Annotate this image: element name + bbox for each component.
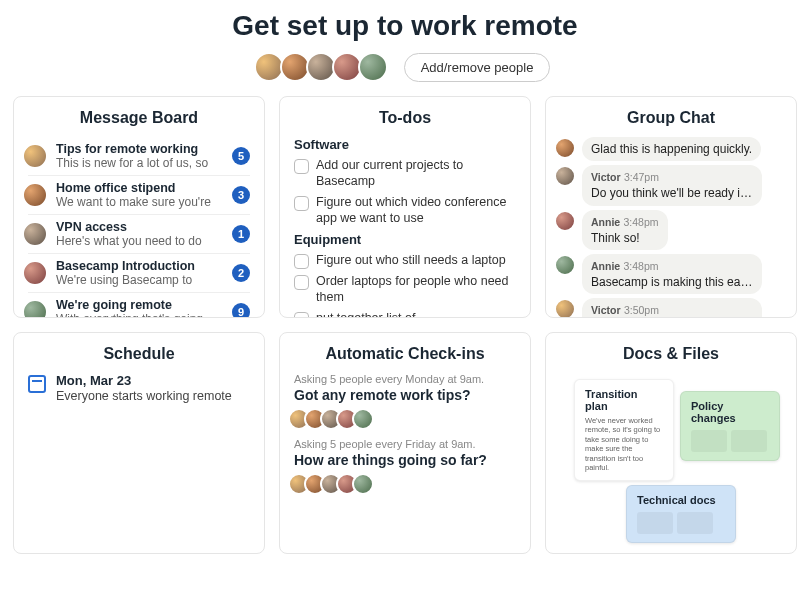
message-subtitle: This is new for a lot of us, so: [56, 156, 224, 170]
avatar-row: [294, 408, 516, 430]
group-chat-card[interactable]: Group Chat Glad this is happening quickl…: [545, 96, 797, 318]
card-title: To-dos: [294, 109, 516, 127]
chat-message[interactable]: Victor 3:47pmDo you think we'll be ready…: [560, 165, 782, 205]
chat-time: 3:48pm: [624, 260, 659, 272]
people-row: Add/remove people: [0, 52, 810, 82]
message-subtitle: With everything that's going: [56, 312, 224, 318]
chat-message[interactable]: Annie 3:48pmThink so!: [560, 210, 782, 250]
unread-badge: 2: [232, 264, 250, 282]
checkin-item[interactable]: Asking 5 people every Friday at 9am.How …: [294, 438, 516, 495]
avatar-row: [294, 473, 516, 495]
card-title: Group Chat: [560, 109, 782, 127]
todo-label: Order laptops for people who need them: [316, 273, 516, 306]
chat-author: Victor: [591, 171, 621, 183]
schedule-desc: Everyone starts working remote: [56, 389, 232, 403]
checkin-meta: Asking 5 people every Monday at 9am.: [294, 373, 516, 385]
chat-time: 3:48pm: [624, 216, 659, 228]
message-subtitle: Here's what you need to do: [56, 234, 224, 248]
avatar: [22, 143, 48, 169]
card-title: Message Board: [28, 109, 250, 127]
chat-time: 3:47pm: [624, 171, 659, 183]
docs-files-card[interactable]: Docs & Files Transition plan We've never…: [545, 332, 797, 554]
chat-message[interactable]: Annie 3:48pmBasecamp is making this easy…: [560, 254, 782, 294]
doc-body: We've never worked remote, so it's going…: [585, 416, 663, 472]
message-title: Basecamp Introduction: [56, 259, 224, 273]
message-item[interactable]: We're going remoteWith everything that's…: [28, 292, 250, 318]
page-title: Get set up to work remote: [0, 10, 810, 42]
message-item[interactable]: Home office stipendWe want to make sure …: [28, 175, 250, 214]
avatar: [22, 221, 48, 247]
message-board-card[interactable]: Message Board Tips for remote workingThi…: [13, 96, 265, 318]
chat-author: Victor: [591, 304, 621, 316]
chat-message[interactable]: Victor 3:50pmGreat! Let's plan on Monday…: [560, 298, 782, 318]
todo-group-title[interactable]: Software: [294, 137, 516, 152]
avatar: [554, 298, 576, 318]
doc-title: Technical docs: [637, 494, 725, 506]
doc-card-transition[interactable]: Transition plan We've never worked remot…: [574, 379, 674, 481]
doc-card-technical[interactable]: Technical docs: [626, 485, 736, 543]
message-subtitle: We want to make sure you're: [56, 195, 224, 209]
card-title: Docs & Files: [560, 345, 782, 363]
message-title: We're going remote: [56, 298, 224, 312]
chat-text: Glad this is happening quickly.: [591, 141, 752, 157]
chat-author: Annie: [591, 260, 620, 272]
checkin-question: Got any remote work tips?: [294, 387, 516, 403]
avatar: [554, 210, 576, 232]
todo-item[interactable]: Figure out who still needs a laptop: [294, 250, 516, 271]
message-item[interactable]: Tips for remote workingThis is new for a…: [28, 137, 250, 175]
checkin-meta: Asking 5 people every Friday at 9am.: [294, 438, 516, 450]
avatar[interactable]: [358, 52, 388, 82]
todos-card[interactable]: To-dos SoftwareAdd our current projects …: [279, 96, 531, 318]
checkbox-icon[interactable]: [294, 275, 309, 290]
todo-item[interactable]: put together list of: [294, 308, 516, 319]
unread-badge: 1: [232, 225, 250, 243]
doc-card-policy[interactable]: Policy changes: [680, 391, 780, 461]
checkbox-icon[interactable]: [294, 196, 309, 211]
doc-title: Policy changes: [691, 400, 769, 424]
doc-title: Transition plan: [585, 388, 663, 412]
todo-label: put together list of: [316, 310, 415, 319]
todo-group-title[interactable]: Equipment: [294, 232, 516, 247]
todo-item[interactable]: Add our current projects to Basecamp: [294, 155, 516, 192]
avatar: [554, 165, 576, 187]
todo-item[interactable]: Figure out which video conference app we…: [294, 192, 516, 229]
checkbox-icon[interactable]: [294, 254, 309, 269]
message-title: Home office stipend: [56, 181, 224, 195]
unread-badge: 3: [232, 186, 250, 204]
avatar: [22, 260, 48, 286]
message-subtitle: We're using Basecamp to: [56, 273, 224, 287]
calendar-icon: [28, 375, 46, 393]
avatar: [352, 473, 374, 495]
message-title: VPN access: [56, 220, 224, 234]
chat-text: Basecamp is making this easy.: [591, 274, 753, 290]
checkin-question: How are things going so far?: [294, 452, 516, 468]
card-title: Automatic Check-ins: [294, 345, 516, 363]
checkins-card[interactable]: Automatic Check-ins Asking 5 people ever…: [279, 332, 531, 554]
unread-badge: 9: [232, 303, 250, 318]
message-item[interactable]: VPN accessHere's what you need to do1: [28, 214, 250, 253]
chat-text: Think so!: [591, 230, 659, 246]
avatar: [22, 299, 48, 318]
card-title: Schedule: [28, 345, 250, 363]
avatar: [352, 408, 374, 430]
avatar: [22, 182, 48, 208]
todo-item[interactable]: Order laptops for people who need them: [294, 271, 516, 308]
schedule-date: Mon, Mar 23: [56, 373, 232, 388]
schedule-card[interactable]: Schedule Mon, Mar 23 Everyone starts wor…: [13, 332, 265, 554]
chat-time: 3:50pm: [624, 304, 659, 316]
unread-badge: 5: [232, 147, 250, 165]
avatar: [554, 137, 576, 159]
todo-label: Add our current projects to Basecamp: [316, 157, 516, 190]
add-remove-people-button[interactable]: Add/remove people: [404, 53, 551, 82]
chat-message[interactable]: Glad this is happening quickly.: [560, 137, 782, 161]
todo-label: Figure out which video conference app we…: [316, 194, 516, 227]
avatar: [554, 254, 576, 276]
todo-label: Figure out who still needs a laptop: [316, 252, 506, 268]
checkbox-icon[interactable]: [294, 312, 309, 319]
message-item[interactable]: Basecamp IntroductionWe're using Basecam…: [28, 253, 250, 292]
checkbox-icon[interactable]: [294, 159, 309, 174]
chat-author: Annie: [591, 216, 620, 228]
checkin-item[interactable]: Asking 5 people every Monday at 9am.Got …: [294, 373, 516, 430]
chat-text: Do you think we'll be ready in…: [591, 185, 753, 201]
message-title: Tips for remote working: [56, 142, 224, 156]
